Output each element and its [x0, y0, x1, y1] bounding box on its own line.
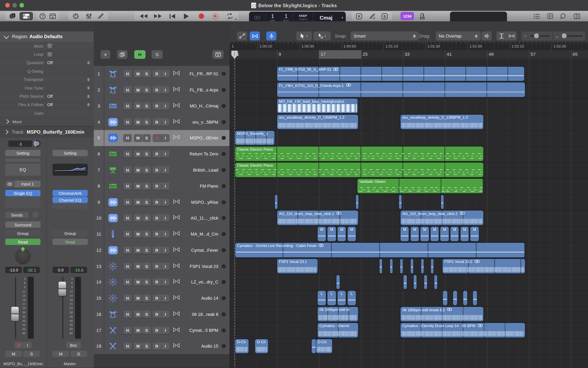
track-lane[interactable]: MSPO_Butterfly_1 [230, 130, 588, 147]
track-record-button[interactable]: R [152, 102, 161, 110]
track-header-row[interactable]: 1HMSRIFL_FR...RP 01 [94, 66, 230, 82]
track-record-input-pair[interactable]: RI [152, 263, 169, 270]
snap-dropdown[interactable]: Smart [351, 32, 419, 41]
insert-slot-single-eq[interactable]: Single EQ [5, 190, 40, 196]
track-solo-button[interactable]: S [142, 214, 151, 222]
region[interactable]: MO_HA_130_lead_loop_havingfunplus [277, 99, 358, 113]
inspector-toggle-icon[interactable] [19, 12, 33, 20]
region-sliver[interactable] [379, 259, 382, 273]
track-icon-drums[interactable] [108, 85, 118, 94]
track-record-input-pair[interactable]: RI [152, 134, 169, 142]
track-lane[interactable]: Classic Electric Piano [230, 146, 588, 162]
track-hide-button[interactable]: H [123, 134, 132, 142]
send-knob[interactable] [32, 212, 38, 218]
track-input-button[interactable]: I [161, 118, 169, 126]
region[interactable]: L [338, 291, 346, 305]
region[interactable]: FL_FBH_KIT01_110_D_Chords Arps.1 [277, 83, 525, 97]
track-header-row[interactable]: 2HMSRIFL_FB...s Arps [94, 82, 230, 98]
track-icon-drums[interactable] [108, 70, 118, 79]
track-record-button[interactable]: R [152, 166, 161, 174]
track-solo-button[interactable]: S [142, 70, 151, 78]
param-stepper[interactable] [87, 78, 90, 81]
volume-value-right[interactable]: 0.0 [53, 267, 69, 273]
track-lane[interactable]: FSP1 Vocal 23.1FSP1 Vocal 23.2 [230, 258, 588, 275]
track-record-input-pair[interactable]: RI [152, 182, 169, 190]
track-hide-button[interactable]: H [123, 150, 132, 158]
track-lane[interactable] [230, 274, 588, 291]
track-header-row[interactable]: 7HMSRIBritish...Lead [94, 162, 230, 178]
track-mute-button[interactable]: M [134, 343, 142, 350]
track-solo-button[interactable]: S [142, 278, 151, 286]
track-freeze-dot[interactable] [222, 312, 226, 316]
track-header-row[interactable]: 11HMSRIMA_M...d_Cm [94, 226, 230, 243]
vertical-zoom-slider-handle[interactable] [534, 33, 539, 38]
record-icon[interactable] [196, 12, 207, 20]
region-sliver[interactable] [414, 275, 417, 289]
track-mute-button[interactable]: M [134, 230, 142, 238]
track-icon-audio[interactable] [108, 213, 118, 222]
track-record-button[interactable]: R [152, 118, 161, 126]
add-track-button[interactable]: + [101, 50, 110, 59]
region[interactable]: M [410, 227, 419, 241]
command-click-tool-menu[interactable]: ▾ [313, 32, 331, 41]
insert-slot-channel-eq[interactable]: Channel EQ [53, 197, 88, 203]
track-header-row[interactable]: 5HMSRIMSPO...0Emin [94, 130, 230, 147]
track-hide-button[interactable]: H [123, 278, 132, 286]
track-name[interactable]: FL_FR...RP 01 [190, 72, 218, 76]
region-sliver[interactable] [421, 259, 424, 273]
sends-slot[interactable]: Sends [5, 212, 28, 218]
mixer-icon[interactable] [83, 12, 95, 20]
region[interactable]: D-Ch [235, 339, 249, 353]
region[interactable]: MSPO_Butterfly_1 [235, 131, 275, 145]
track-record-button[interactable]: R [152, 182, 161, 190]
track-input-button[interactable]: I [161, 326, 169, 334]
param-stepper[interactable] [87, 103, 90, 106]
browsers-icon[interactable] [571, 12, 583, 20]
library-icon[interactable]: ♪ [7, 12, 19, 20]
region-sliver[interactable] [399, 195, 402, 209]
region[interactable]: FSP1 Vocal 23.2 [443, 259, 525, 273]
track-record-input-pair[interactable]: RI [152, 230, 169, 238]
track-icon-burst[interactable] [108, 278, 118, 287]
list-editors-icon[interactable] [531, 12, 542, 20]
track-solo-button[interactable]: S [142, 294, 151, 302]
track-solo-button[interactable]: S [142, 150, 151, 158]
track-hide-button[interactable]: H [123, 343, 132, 350]
track-record-input-pair[interactable]: RI [152, 150, 169, 158]
region-sliver[interactable] [410, 259, 413, 273]
track-freeze-dot[interactable] [222, 232, 226, 236]
region-param-row[interactable]: Quantize:Off [0, 59, 94, 67]
track-flex-icon[interactable] [173, 135, 180, 141]
quick-help-icon[interactable]: ? [38, 12, 47, 20]
region[interactable]: M [401, 227, 409, 241]
mute-button-right[interactable]: M [53, 351, 69, 357]
track-solo-button[interactable]: S [142, 166, 151, 174]
region[interactable]: Classic Electric Piano [235, 147, 484, 161]
track-lane[interactable]: 06 180bpm edit br06 180bpm edit break 8.… [230, 306, 588, 323]
track-name[interactable]: Return To Zero [190, 152, 218, 156]
track-name[interactable]: Cymat...5 BPM [189, 328, 218, 333]
track-freeze-dot[interactable] [222, 264, 226, 268]
region[interactable]: oru_vocalloop_divinity_D_135BPM_1.3 [401, 114, 484, 129]
automation-button[interactable] [237, 32, 247, 41]
region[interactable]: M [347, 227, 356, 241]
track-record-button[interactable]: R [152, 326, 161, 334]
track-record-button[interactable]: R [152, 214, 161, 222]
track-header-row[interactable]: 3HMSRIMO_H...C#maj [94, 98, 230, 114]
peak-value-left[interactable]: -32.1 [23, 267, 40, 273]
fader-cap-left[interactable] [11, 307, 19, 321]
track-hide-button[interactable]: H [123, 102, 132, 110]
track-icon-audio[interactable] [108, 118, 118, 127]
region-param-row[interactable]: Pitch Source:Off [0, 92, 94, 101]
track-solo-button[interactable]: S [142, 230, 151, 238]
track-icon-synth[interactable] [108, 150, 118, 159]
track-icon-sticks[interactable] [108, 342, 118, 351]
track-record-input-pair[interactable]: RI [152, 214, 169, 222]
region-sliver[interactable] [275, 195, 278, 209]
region[interactable]: FSP1 Vocal 23.1 [277, 259, 318, 273]
track-name[interactable]: Audio 14 [201, 296, 218, 301]
smart-controls-icon[interactable] [47, 12, 58, 20]
region[interactable]: D-Ch [255, 339, 268, 353]
eq-thumbnail-left[interactable]: EQ [5, 164, 40, 176]
track-hide-button[interactable]: H [123, 311, 132, 318]
